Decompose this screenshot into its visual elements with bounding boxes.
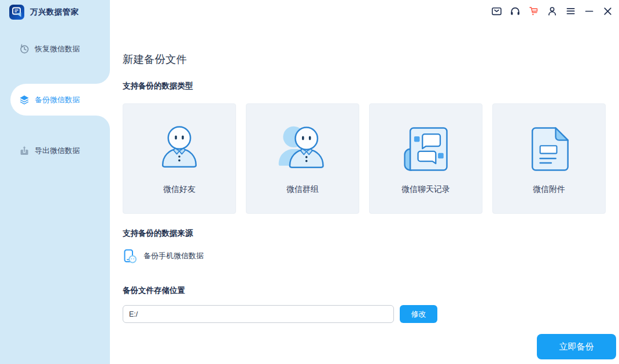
sidebar-item-recover-wechat-data[interactable]: 恢复微信数据 xyxy=(0,42,110,57)
sources-section-heading: 支持备份的数据来源 xyxy=(123,228,193,239)
card-wechat-groups: 微信群组 xyxy=(246,103,359,214)
sidebar-item-export-wechat-data[interactable]: 导出微信数据 xyxy=(0,143,110,158)
card-label: 微信好友 xyxy=(163,184,196,195)
modify-path-button[interactable]: 修改 xyxy=(400,305,437,323)
mail-icon[interactable] xyxy=(491,6,502,17)
backup-path-input[interactable] xyxy=(123,305,394,323)
card-label: 微信群组 xyxy=(286,184,319,195)
backup-location-row: 修改 xyxy=(123,305,437,323)
menu-icon[interactable] xyxy=(565,6,576,17)
layers-icon xyxy=(19,95,30,105)
sidebar: 万兴数据管家 恢复微信数据 备份微信数据 xyxy=(0,0,110,364)
cart-icon[interactable] xyxy=(528,6,539,17)
wechat-friend-illustration xyxy=(152,121,207,177)
sidebar-item-label: 恢复微信数据 xyxy=(35,44,80,54)
card-label: 微信附件 xyxy=(533,184,565,195)
types-section-heading: 支持备份的数据类型 xyxy=(123,81,193,91)
data-type-cards: 微信好友 微信群组 xyxy=(123,103,606,214)
export-icon xyxy=(19,146,30,156)
close-icon[interactable] xyxy=(602,6,613,17)
card-wechat-friends: 微信好友 xyxy=(123,103,236,214)
backup-now-button[interactable]: 立即备份 xyxy=(537,334,616,359)
phone-wechat-icon xyxy=(122,248,137,263)
sidebar-item-label: 导出微信数据 xyxy=(35,146,80,156)
app-window: 万兴数据管家 恢复微信数据 备份微信数据 xyxy=(0,0,619,364)
headset-icon[interactable] xyxy=(510,6,521,17)
location-section-heading: 备份文件存储位置 xyxy=(123,285,185,296)
card-label: 微信聊天记录 xyxy=(401,184,450,195)
source-item-label: 备份手机微信数据 xyxy=(143,251,204,261)
source-item-backup-phone-wechat[interactable]: 备份手机微信数据 xyxy=(122,248,204,263)
app-logo-row: 万兴数据管家 xyxy=(9,5,79,20)
minimize-icon[interactable] xyxy=(584,6,595,17)
card-wechat-chat-history: 微信聊天记录 xyxy=(369,103,482,214)
app-title: 万兴数据管家 xyxy=(30,7,79,17)
history-icon xyxy=(19,44,30,54)
wechat-group-illustration xyxy=(275,121,330,177)
sidebar-item-label: 备份微信数据 xyxy=(35,95,80,105)
account-icon[interactable] xyxy=(547,6,558,17)
sidebar-corner-top xyxy=(96,70,110,84)
app-logo-icon xyxy=(9,5,24,20)
titlebar xyxy=(491,6,613,17)
sidebar-item-backup-wechat-data[interactable]: 备份微信数据 xyxy=(10,84,110,116)
card-wechat-attachments: 微信附件 xyxy=(492,103,606,214)
wechat-chat-history-illustration xyxy=(398,121,454,177)
wechat-attachment-illustration xyxy=(521,121,577,177)
page-title: 新建备份文件 xyxy=(123,52,187,66)
sidebar-corner-bottom xyxy=(96,116,110,129)
